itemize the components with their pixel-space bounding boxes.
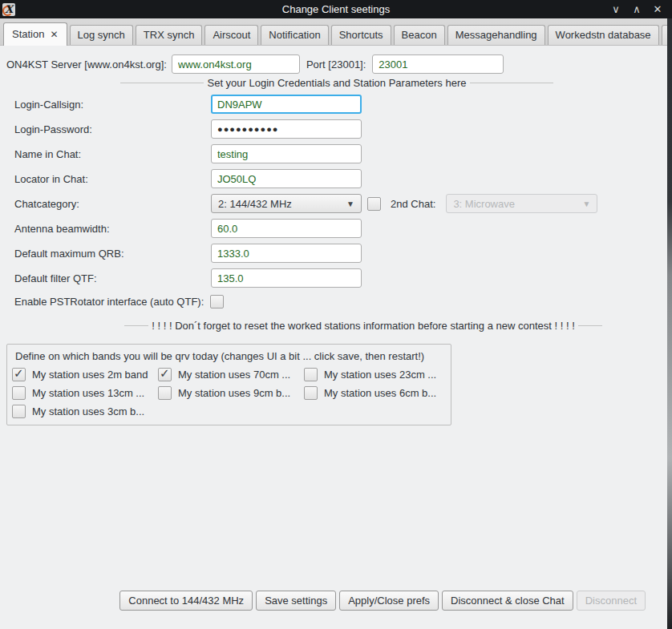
band-13cm-item: My station uses 13cm ... <box>12 386 158 400</box>
login-callsign-row: Login-Callsign: <box>14 95 672 114</box>
tab-station-label: Station <box>12 28 44 40</box>
antenna-beamwidth-label: Antenna beamwidth: <box>14 223 211 235</box>
default-filter-qtf-input[interactable] <box>211 268 362 288</box>
tab-messagehandling[interactable]: Messagehandling <box>447 25 545 45</box>
contest-warning-text: ! ! ! ! Don´t forget to reset the worked… <box>148 320 577 332</box>
default-max-qrb-row: Default maximum QRB: <box>14 244 672 263</box>
separator-line <box>578 325 602 326</box>
band-9cm-label: My station uses 9cm b... <box>178 387 290 399</box>
default-max-qrb-input[interactable] <box>211 244 362 263</box>
band-70cm-label: My station uses 70cm ... <box>178 369 290 381</box>
separator-line <box>470 83 553 83</box>
locator-in-chat-row: Locator in Chat: <box>14 169 672 188</box>
apply-close-prefs-button[interactable]: Apply/Close prefs <box>339 591 439 611</box>
port-label: Port [23001]: <box>306 58 366 71</box>
antenna-beamwidth-row: Antenna beamwidth: <box>14 219 672 238</box>
name-in-chat-input[interactable] <box>211 144 362 163</box>
band-70cm-checkbox[interactable] <box>158 368 172 381</box>
band-13cm-checkbox[interactable] <box>12 386 26 400</box>
tab-close-icon[interactable]: ✕ <box>50 29 58 40</box>
login-password-input[interactable] <box>211 119 362 139</box>
band-70cm-item: My station uses 70cm ... <box>158 368 304 381</box>
band-13cm-label: My station uses 13cm ... <box>32 387 144 399</box>
tab-trx-synch[interactable]: TRX synch <box>136 25 203 45</box>
credentials-separator-text: Set your Login Credentials and Station P… <box>204 77 469 89</box>
tab-notification[interactable]: Notification <box>261 25 328 45</box>
form-rows: Login-Callsign: Login-Password: Name in … <box>14 95 672 309</box>
maximize-icon[interactable]: ∧ <box>630 0 643 18</box>
second-chat-value: 3: Microwave <box>453 198 515 210</box>
bands-grid: My station uses 2m band My station uses … <box>12 368 444 418</box>
login-callsign-label: Login-Callsign: <box>14 99 211 111</box>
second-chat-select: 3: Microwave ▼ <box>446 194 597 213</box>
tab-beacon[interactable]: Beacon <box>394 25 445 45</box>
server-label: ON4KST Server [www.on4kst.org]: <box>6 58 167 71</box>
tab-station[interactable]: Station✕ <box>3 22 67 46</box>
separator-line <box>120 83 204 83</box>
chatcategory-value: 2: 144/432 MHz <box>218 198 292 210</box>
pstrotator-checkbox[interactable] <box>210 295 224 308</box>
save-settings-button[interactable]: Save settings <box>256 591 336 611</box>
name-in-chat-label: Name in Chat: <box>14 148 211 160</box>
disconnect-close-chat-button[interactable]: Disconnect & close Chat <box>442 591 573 611</box>
pstrotator-row: Enable PSTRotator interface (auto QTF): <box>14 293 672 309</box>
login-password-label: Login-Password: <box>14 123 211 135</box>
credentials-separator: Set your Login Credentials and Station P… <box>120 77 553 89</box>
close-icon[interactable]: ✕ <box>651 0 664 18</box>
band-9cm-item: My station uses 9cm b... <box>158 386 304 400</box>
band-23cm-item: My station uses 23cm ... <box>304 368 444 381</box>
default-filter-qtf-row: Default filter QTF: <box>14 268 672 288</box>
chevron-down-icon: ▼ <box>582 200 590 208</box>
band-3cm-label: My station uses 3cm b... <box>32 405 144 417</box>
band-6cm-label: My station uses 6cm b... <box>324 387 436 399</box>
bands-groupbox: Define on which bands you will be qrv to… <box>6 344 451 425</box>
station-tab-panel: ON4KST Server [www.on4kst.org]: Port [23… <box>0 46 672 425</box>
second-chat-label: 2nd Chat: <box>391 198 435 210</box>
locator-in-chat-label: Locator in Chat: <box>14 173 211 185</box>
band-6cm-checkbox[interactable] <box>304 386 318 400</box>
band-9cm-checkbox[interactable] <box>158 386 172 400</box>
window-controls: ∨ ∧ ✕ <box>609 0 672 18</box>
contest-warning-separator: ! ! ! ! Don´t forget to reset the worked… <box>124 320 602 332</box>
chevron-down-icon: ▼ <box>346 200 354 208</box>
band-2m-label: My station uses 2m band <box>32 369 148 381</box>
server-row: ON4KST Server [www.on4kst.org]: Port [23… <box>6 54 672 75</box>
port-input[interactable] <box>372 54 504 74</box>
band-3cm-item: My station uses 3cm b... <box>12 405 158 418</box>
default-filter-qtf-label: Default filter QTF: <box>14 272 211 284</box>
login-callsign-input[interactable] <box>211 95 362 114</box>
bands-groupbox-title: Define on which bands you will be qrv to… <box>15 350 444 362</box>
second-chat-group: 2nd Chat: 3: Microwave ▼ <box>362 194 597 213</box>
chatcategory-row: Chatcategory: 2: 144/432 MHz ▼ 2nd Chat:… <box>14 194 672 213</box>
antenna-beamwidth-input[interactable] <box>211 219 362 238</box>
chatcategory-label: Chatcategory: <box>14 198 211 210</box>
chatcategory-select[interactable]: 2: 144/432 MHz ▼ <box>211 194 362 213</box>
band-2m-checkbox[interactable] <box>12 368 26 381</box>
footer-buttons: Connect to 144/432 MHz Save settings App… <box>119 591 646 611</box>
server-input[interactable] <box>172 54 300 74</box>
tab-workedstn-database[interactable]: Workedstn database <box>548 25 659 45</box>
tab-log-synch[interactable]: Log synch <box>70 25 133 45</box>
second-chat-checkbox[interactable] <box>367 197 381 211</box>
connect-button[interactable]: Connect to 144/432 MHz <box>119 591 253 611</box>
tab-shortcuts[interactable]: Shortcuts <box>331 25 391 45</box>
separator-line <box>124 325 148 326</box>
band-6cm-item: My station uses 6cm b... <box>304 386 444 400</box>
locator-in-chat-input[interactable] <box>211 169 362 188</box>
tab-bar: Station✕ Log synch TRX synch Airscout No… <box>0 18 672 46</box>
login-password-row: Login-Password: <box>14 119 672 139</box>
disconnect-button: Disconnect <box>577 591 646 611</box>
band-23cm-checkbox[interactable] <box>304 368 318 381</box>
pstrotator-label: Enable PSTRotator interface (auto QTF): <box>14 296 204 308</box>
window-title: Change Client seetings <box>0 3 672 15</box>
band-3cm-checkbox[interactable] <box>12 405 26 418</box>
titlebar: X Change Client seetings ∨ ∧ ✕ <box>0 0 672 18</box>
minimize-icon[interactable]: ∨ <box>609 0 622 18</box>
default-max-qrb-label: Default maximum QRB: <box>14 248 211 260</box>
tab-airscout[interactable]: Airscout <box>204 25 258 45</box>
band-2m-item: My station uses 2m band <box>12 368 158 381</box>
band-23cm-label: My station uses 23cm ... <box>324 369 436 381</box>
name-in-chat-row: Name in Chat: <box>14 144 672 163</box>
